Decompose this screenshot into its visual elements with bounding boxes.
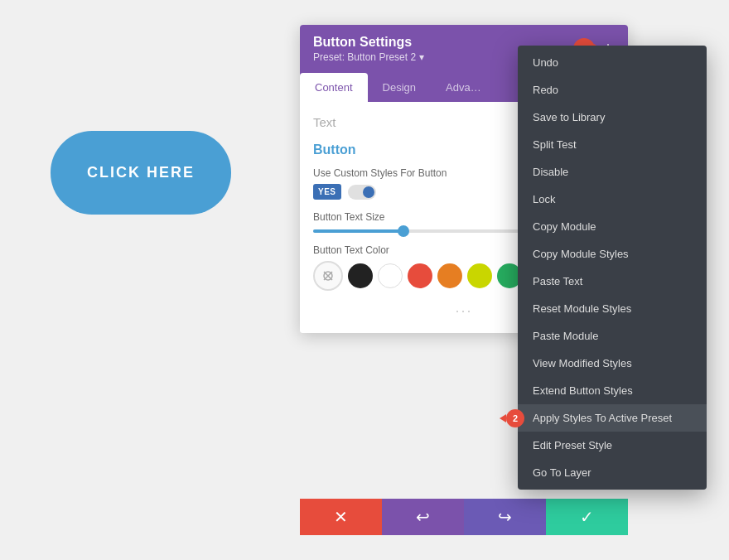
menu-item-lock[interactable]: Lock <box>518 186 707 213</box>
preset-dropdown-icon[interactable]: ▾ <box>419 51 424 63</box>
menu-item-apply-styles[interactable]: 2 Apply Styles To Active Preset <box>518 404 707 432</box>
close-button[interactable]: ✕ <box>300 499 382 535</box>
menu-item-paste-module[interactable]: Paste Module <box>518 322 707 350</box>
context-menu: Undo Redo Save to Library Split Test Dis… <box>518 46 707 490</box>
check-icon: ✓ <box>580 507 594 527</box>
confirm-button[interactable]: ✓ <box>546 499 628 535</box>
menu-item-go-to-layer[interactable]: Go To Layer <box>518 459 707 486</box>
menu-item-reset-label: Reset Module Styles <box>533 302 631 315</box>
tab-content[interactable]: Content <box>300 73 368 102</box>
slider-fill <box>313 229 403 233</box>
swatch-white[interactable] <box>378 263 403 288</box>
toggle-yes-label[interactable]: YES <box>313 184 341 200</box>
bottom-toolbar: ✕ ↩ ↪ ✓ <box>300 499 628 535</box>
menu-item-save-to-library[interactable]: Save to Library <box>518 104 707 131</box>
swatch-black[interactable] <box>348 263 373 288</box>
menu-item-redo-label: Redo <box>533 84 558 96</box>
menu-item-reset-module-styles[interactable]: Reset Module Styles <box>518 295 707 322</box>
menu-item-copy-module[interactable]: Copy Module <box>518 213 707 240</box>
panel-header-left: Button Settings Preset: Button Preset 2 … <box>313 35 424 63</box>
menu-item-disable-label: Disable <box>533 166 568 178</box>
tab-content-label: Content <box>315 81 353 94</box>
menu-item-split-test[interactable]: Split Test <box>518 131 707 158</box>
menu-item-go-to-layer-label: Go To Layer <box>533 466 591 479</box>
color-picker-button[interactable] <box>313 261 343 291</box>
swatch-orange[interactable] <box>437 263 462 288</box>
menu-item-paste-text[interactable]: Paste Text <box>518 268 707 295</box>
menu-item-extend-button[interactable]: Extend Button Styles <box>518 377 707 404</box>
tab-design[interactable]: Design <box>368 73 431 102</box>
menu-item-save-label: Save to Library <box>533 111 605 123</box>
menu-item-copy-module-styles[interactable]: Copy Module Styles <box>518 240 707 268</box>
slider-thumb[interactable] <box>398 225 409 237</box>
redo-button[interactable]: ↪ <box>464 499 546 535</box>
menu-item-edit-preset-label: Edit Preset Style <box>533 439 612 451</box>
toggle-handle[interactable] <box>348 185 376 200</box>
badge-2: 2 <box>506 409 524 427</box>
preset-label: Preset: Button Preset 2 <box>313 51 416 63</box>
redo-icon: ↪ <box>498 507 512 527</box>
undo-icon: ↩ <box>416 507 430 527</box>
menu-item-disable[interactable]: Disable <box>518 158 707 186</box>
menu-item-split-label: Split Test <box>533 138 577 151</box>
swatch-red[interactable] <box>408 263 432 288</box>
tab-design-label: Design <box>383 81 416 94</box>
menu-item-lock-label: Lock <box>533 193 555 205</box>
close-icon: ✕ <box>334 507 348 527</box>
menu-item-edit-preset[interactable]: Edit Preset Style <box>518 432 707 459</box>
menu-item-extend-label: Extend Button Styles <box>533 384 633 397</box>
menu-item-copy-module-label: Copy Module <box>533 220 596 233</box>
menu-item-paste-module-label: Paste Module <box>533 330 599 342</box>
menu-item-copy-module-styles-label: Copy Module Styles <box>533 248 629 260</box>
menu-item-view-modified-label: View Modified Styles <box>533 357 632 369</box>
undo-button[interactable]: ↩ <box>382 499 464 535</box>
menu-item-undo-label: Undo <box>533 56 558 69</box>
panel-title: Button Settings <box>313 35 424 50</box>
click-here-label: CLICK HERE <box>87 164 195 181</box>
menu-item-paste-text-label: Paste Text <box>533 275 582 287</box>
click-here-button[interactable]: CLICK HERE <box>51 131 231 215</box>
menu-item-apply-styles-label: Apply Styles To Active Preset <box>533 412 672 424</box>
menu-item-view-modified[interactable]: View Modified Styles <box>518 350 707 377</box>
menu-item-redo[interactable]: Redo <box>518 76 707 104</box>
menu-item-undo[interactable]: Undo <box>518 49 707 76</box>
panel-subtitle: Preset: Button Preset 2 ▾ <box>313 51 424 63</box>
tab-advanced[interactable]: Adva… <box>431 73 496 102</box>
swatch-yellow-green[interactable] <box>467 263 492 288</box>
badge-2-label: 2 <box>513 413 518 423</box>
tab-advanced-label: Adva… <box>446 81 481 94</box>
